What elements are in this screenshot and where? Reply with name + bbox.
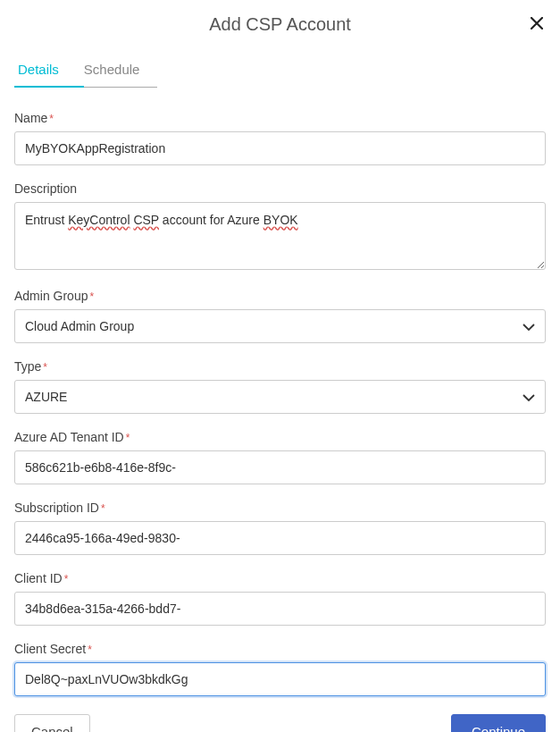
form-group-admin-group: Admin Group* Cloud Admin Group [14,289,546,343]
tabs: Details Schedule [14,55,546,88]
type-value: AZURE [25,390,67,404]
client-id-label: Client ID* [14,571,546,585]
admin-group-label: Admin Group* [14,289,546,303]
form-group-name: Name* [14,111,546,165]
continue-button[interactable]: Continue [451,714,546,732]
form-group-description: Description Entrust KeyControl CSP accou… [14,181,546,273]
form-group-tenant-id: Azure AD Tenant ID* [14,430,546,484]
required-marker: * [126,432,130,444]
tab-details[interactable]: Details [14,55,84,88]
required-marker: * [64,573,69,585]
tab-schedule[interactable]: Schedule [84,55,158,88]
dialog-title: Add CSP Account [209,14,351,35]
form-group-subscription-id: Subscription ID* [14,501,546,555]
subscription-id-label: Subscription ID* [14,501,546,515]
required-marker: * [101,502,105,515]
type-select[interactable]: AZURE [14,380,546,414]
chevron-down-icon [522,390,535,404]
type-label: Type* [14,359,546,374]
client-id-input[interactable] [14,592,546,626]
required-marker: * [88,644,92,656]
close-button[interactable] [528,14,546,32]
form-group-client-secret: Client Secret* [14,642,546,696]
cancel-button[interactable]: Cancel [14,714,90,732]
client-secret-label: Client Secret* [14,642,546,656]
required-marker: * [49,113,54,125]
description-label: Description [14,181,546,196]
dialog-footer: Cancel Continue [14,714,546,732]
tenant-id-input[interactable] [14,450,546,484]
form-group-type: Type* AZURE [14,359,546,414]
client-secret-input[interactable] [14,662,546,696]
tenant-id-label: Azure AD Tenant ID* [14,430,546,444]
form-group-client-id: Client ID* [14,571,546,626]
required-marker: * [89,290,94,303]
name-label: Name* [14,111,546,125]
admin-group-value: Cloud Admin Group [25,319,134,333]
name-input[interactable] [14,131,546,165]
dialog-header: Add CSP Account [14,14,546,35]
close-icon [531,17,543,29]
required-marker: * [43,361,47,374]
subscription-id-input[interactable] [14,521,546,555]
chevron-down-icon [522,319,535,333]
description-textarea[interactable]: Entrust KeyControl CSP account for Azure… [14,202,546,270]
admin-group-select[interactable]: Cloud Admin Group [14,309,546,343]
